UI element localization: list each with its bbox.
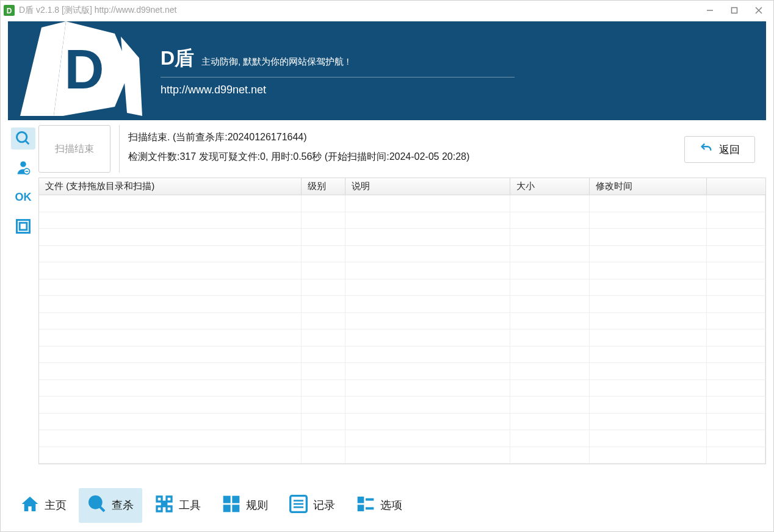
- table-row: [39, 447, 765, 464]
- svg-rect-29: [358, 505, 364, 511]
- table-header: 文件 (支持拖放目录和扫描) 级别 说明 大小 修改时间: [39, 178, 765, 195]
- table-row: [39, 313, 765, 330]
- table-row: [39, 397, 765, 414]
- nav-label: 规则: [246, 498, 268, 512]
- titlebar: D D盾 v2.1.8 [测试版] http://www.d99net.net: [1, 1, 773, 20]
- table-row: [39, 430, 765, 447]
- banner-title: D盾: [161, 45, 194, 72]
- banner-slogan: 主动防御, 默默为你的网站保驾护航 !: [201, 56, 349, 68]
- undo-icon: [700, 142, 713, 158]
- table-row: [39, 195, 765, 212]
- grid-icon: [222, 494, 241, 517]
- nav-log[interactable]: 记录: [280, 488, 344, 523]
- svg-rect-30: [366, 498, 374, 500]
- window-controls: [698, 2, 771, 19]
- svg-rect-15: [17, 220, 30, 233]
- return-button[interactable]: 返回: [684, 136, 755, 163]
- return-label: 返回: [719, 143, 740, 157]
- banner-logo: D: [8, 21, 148, 120]
- bottom-nav: 主页 查杀 工具 规则 记录 选项: [1, 484, 773, 527]
- col-desc[interactable]: 说明: [345, 178, 510, 195]
- vtool-square[interactable]: [11, 215, 35, 237]
- table-row: [39, 229, 765, 246]
- table-body: [39, 195, 765, 464]
- svg-rect-22: [223, 505, 231, 512]
- table-row: [39, 414, 765, 431]
- table-row: [39, 296, 765, 313]
- table-row: [39, 329, 765, 347]
- svg-line-11: [26, 141, 29, 145]
- svg-text:D: D: [65, 39, 104, 100]
- table-row: [39, 363, 765, 380]
- search-icon: [87, 494, 107, 517]
- table-row: [39, 212, 765, 229]
- status-line-2: 检测文件数:317 发现可疑文件:0, 用时:0.56秒 (开始扫描时间:202…: [128, 147, 678, 167]
- minimize-button[interactable]: [698, 2, 722, 19]
- divider: [119, 125, 120, 173]
- results-table: 文件 (支持拖放目录和扫描) 级别 说明 大小 修改时间: [38, 178, 766, 464]
- vtool-ok[interactable]: OK: [11, 186, 35, 208]
- nav-label: 查杀: [112, 498, 134, 512]
- status-block: 扫描结束. (当前查杀库:20240126171644) 检测文件数:317 发…: [128, 125, 678, 167]
- svg-text:D: D: [7, 7, 12, 15]
- maximize-button[interactable]: [722, 2, 747, 19]
- col-level[interactable]: 级别: [302, 178, 345, 195]
- svg-point-12: [20, 162, 26, 167]
- svg-rect-23: [232, 505, 239, 512]
- svg-rect-16: [20, 223, 27, 230]
- svg-rect-31: [366, 507, 374, 509]
- table-row: [39, 246, 765, 263]
- col-size[interactable]: 大小: [510, 178, 590, 195]
- nav-rules[interactable]: 规则: [213, 488, 277, 523]
- banner-text: D盾 主动防御, 默默为你的网站保驾护航 ! http://www.d99net…: [148, 45, 515, 96]
- svg-marker-9: [121, 37, 142, 116]
- svg-rect-21: [232, 495, 239, 503]
- nav-label: 工具: [179, 498, 201, 512]
- nav-label: 选项: [380, 498, 402, 512]
- svg-rect-19: [161, 500, 168, 507]
- home-icon: [20, 494, 40, 517]
- col-file[interactable]: 文件 (支持拖放目录和扫描): [39, 178, 302, 195]
- options-icon: [356, 494, 375, 517]
- banner-url: http://www.d99net.net: [161, 77, 515, 96]
- scan-end-button[interactable]: 扫描结束: [38, 125, 110, 173]
- content-pane: 扫描结束 扫描结束. (当前查杀库:20240126171644) 检测文件数:…: [38, 125, 766, 484]
- table-row: [39, 347, 765, 364]
- table-row: [39, 262, 765, 279]
- close-button[interactable]: [747, 2, 771, 19]
- window-title: D盾 v2.1.8 [测试版] http://www.d99net.net: [19, 5, 698, 16]
- svg-rect-20: [223, 495, 231, 503]
- nav-scan[interactable]: 查杀: [79, 488, 142, 523]
- nav-options[interactable]: 选项: [347, 488, 411, 523]
- status-line-1: 扫描结束. (当前查杀库:20240126171644): [128, 128, 678, 147]
- svg-point-17: [90, 497, 101, 508]
- vtool-person[interactable]: [11, 157, 35, 179]
- vertical-toolbar: OK: [8, 125, 38, 484]
- svg-point-10: [17, 132, 27, 142]
- banner: D D盾 主动防御, 默默为你的网站保驾护航 ! http://www.d99n…: [8, 21, 766, 120]
- table-row: [39, 380, 765, 397]
- tools-icon: [154, 494, 174, 517]
- vtool-search[interactable]: [11, 128, 35, 149]
- app-icon: D: [3, 4, 15, 16]
- nav-tools[interactable]: 工具: [146, 488, 209, 523]
- table-row: [39, 279, 765, 297]
- nav-label: 记录: [313, 498, 335, 512]
- nav-home[interactable]: 主页: [12, 488, 75, 523]
- list-icon: [289, 494, 308, 517]
- col-spacer: [707, 178, 765, 195]
- svg-rect-28: [358, 497, 364, 503]
- svg-line-18: [99, 506, 104, 511]
- svg-rect-3: [732, 8, 737, 13]
- col-mtime[interactable]: 修改时间: [590, 178, 707, 195]
- nav-label: 主页: [45, 498, 67, 512]
